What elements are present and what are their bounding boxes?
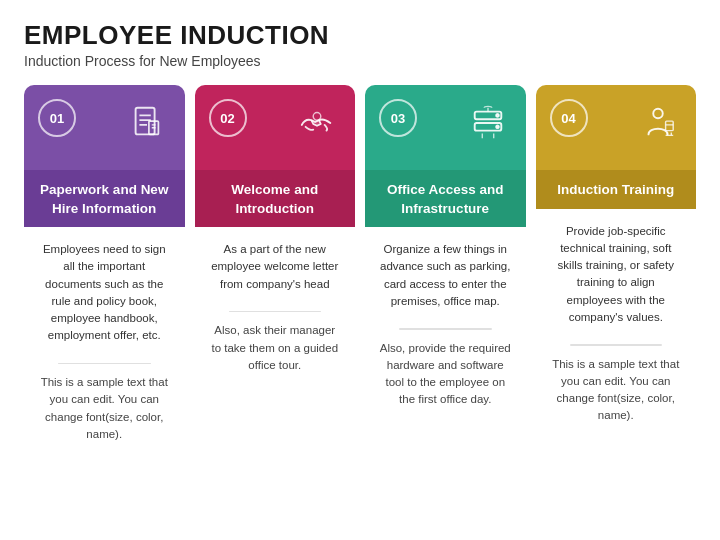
- card-office-access: 03 Office Access and Infrastructure Orga…: [365, 85, 526, 485]
- card-2-header: 02: [195, 85, 356, 170]
- card-induction-training: 04 Induction Training Provide job-specif…: [536, 85, 697, 485]
- handshake-icon: [293, 99, 341, 147]
- cards-row: 01 Paperwork and New Hire Information Em…: [24, 85, 696, 485]
- page-title: EMPLOYEE INDUCTION: [24, 20, 696, 51]
- svg-point-7: [313, 113, 321, 121]
- card-welcome: 02 Welcome and Introduction As a part of…: [195, 85, 356, 485]
- card-1-number: 01: [38, 99, 76, 137]
- card-3-number: 03: [379, 99, 417, 137]
- card-4-divider: [570, 344, 663, 346]
- document-icon: [123, 99, 171, 147]
- card-2-title-bar: Welcome and Introduction: [195, 170, 356, 227]
- card-1-header: 01: [24, 85, 185, 170]
- card-4-body: Provide job-specific technical training,…: [536, 209, 697, 485]
- card-4-header: 04: [536, 85, 697, 170]
- card-4-sample: This is a sample text that you can edit.…: [550, 356, 683, 425]
- svg-point-10: [496, 114, 499, 117]
- card-3-sample: Also, provide the required hardware and …: [379, 340, 512, 409]
- card-4-title-bar: Induction Training: [536, 170, 697, 209]
- page-subtitle: Induction Process for New Employees: [24, 53, 696, 69]
- card-1-title-bar: Paperwork and New Hire Information: [24, 170, 185, 227]
- svg-point-12: [653, 109, 663, 119]
- card-2-description: As a part of the new employee welcome le…: [209, 241, 342, 293]
- card-3-title-bar: Office Access and Infrastructure: [365, 170, 526, 227]
- card-3-divider: [399, 328, 492, 330]
- card-4-number: 04: [550, 99, 588, 137]
- svg-rect-13: [666, 121, 674, 131]
- training-icon: [634, 99, 682, 147]
- server-icon: [464, 99, 512, 147]
- svg-point-11: [496, 125, 499, 128]
- card-2-divider: [229, 311, 322, 313]
- card-2-body: As a part of the new employee welcome le…: [195, 227, 356, 485]
- card-3-description: Organize a few things in advance such as…: [379, 241, 512, 310]
- card-4-description: Provide job-specific technical training,…: [550, 223, 683, 327]
- card-1-sample: This is a sample text that you can edit.…: [38, 374, 171, 443]
- card-3-title: Office Access and Infrastructure: [387, 182, 504, 216]
- card-2-title: Welcome and Introduction: [231, 182, 318, 216]
- card-3-header: 03: [365, 85, 526, 170]
- card-2-sample: Also, ask their manager to take them on …: [209, 322, 342, 374]
- card-1-title: Paperwork and New Hire Information: [40, 182, 168, 216]
- card-1-body: Employees need to sign all the important…: [24, 227, 185, 485]
- card-1-description: Employees need to sign all the important…: [38, 241, 171, 345]
- card-2-number: 02: [209, 99, 247, 137]
- card-3-body: Organize a few things in advance such as…: [365, 227, 526, 485]
- card-1-divider: [58, 363, 151, 365]
- card-4-title: Induction Training: [557, 182, 674, 197]
- card-paperwork: 01 Paperwork and New Hire Information Em…: [24, 85, 185, 485]
